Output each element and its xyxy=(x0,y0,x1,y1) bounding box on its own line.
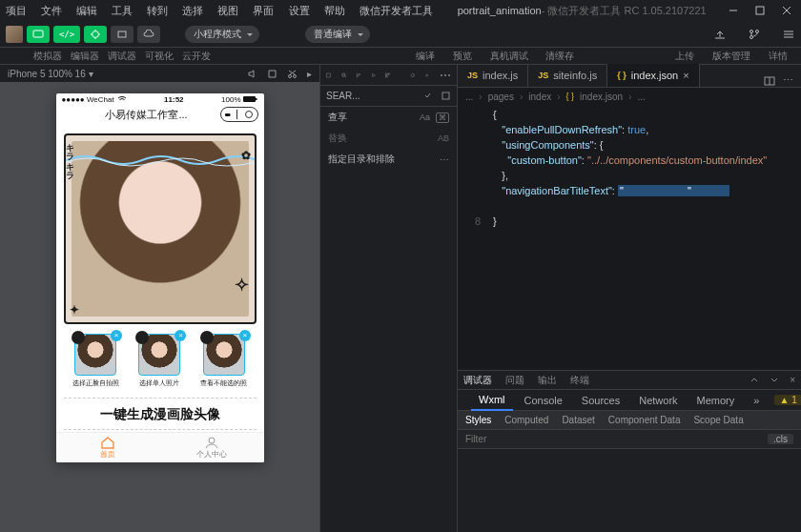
crumb[interactable]: ... xyxy=(465,92,473,102)
thumb-close-icon[interactable]: × xyxy=(175,330,186,341)
sub-scope[interactable]: Scope Data xyxy=(693,415,743,425)
menu-project[interactable]: 项目 xyxy=(6,5,27,16)
filter-input[interactable]: Filter xyxy=(465,434,486,444)
menu-help[interactable]: 帮助 xyxy=(324,5,345,16)
thumb-close-icon[interactable]: × xyxy=(111,330,122,341)
expand-icon[interactable] xyxy=(422,91,433,101)
warning-badge[interactable]: ▲1 xyxy=(774,395,801,405)
cls-toggle[interactable]: .cls xyxy=(768,434,793,444)
menu-ui[interactable]: 界面 xyxy=(253,5,274,16)
simulator-toggle[interactable] xyxy=(27,26,50,43)
compile-select[interactable]: 普通编译 xyxy=(305,26,370,43)
refresh-icon[interactable] xyxy=(410,69,416,82)
crumb[interactable]: index xyxy=(528,92,551,102)
mute-icon[interactable] xyxy=(247,69,257,79)
device-select[interactable]: iPhone 5 100% 16 ▾ xyxy=(8,69,93,79)
tab-index-js[interactable]: JS index.js xyxy=(458,64,528,87)
breadcrumbs[interactable]: ...› pages› index› { } index.json› ... xyxy=(458,88,801,105)
dt-tab-debugger[interactable]: 调试器 xyxy=(463,374,492,387)
tab-index-json[interactable]: { } index.json × xyxy=(607,64,700,87)
sub-dataset[interactable]: Dataset xyxy=(562,415,594,425)
sim-more-icon[interactable] xyxy=(267,69,277,79)
user-avatar[interactable] xyxy=(6,26,23,43)
dt2-network[interactable]: Network xyxy=(631,395,685,406)
svg-point-6 xyxy=(756,30,759,32)
sub-compdata[interactable]: Component Data xyxy=(608,415,681,425)
carrier-label: ●●●●● WeChat xyxy=(62,95,114,104)
code-editor[interactable]: { "enablePullDownRefresh": true, "usingC… xyxy=(458,105,801,370)
label-compile[interactable]: 编译 xyxy=(416,51,435,61)
split-icon[interactable] xyxy=(764,75,775,87)
battery-icon xyxy=(243,95,258,103)
menu-view[interactable]: 视图 xyxy=(217,5,238,16)
capsule-button[interactable]: ••• xyxy=(220,107,258,122)
menu-tools[interactable]: 工具 xyxy=(112,5,133,16)
details-button[interactable] xyxy=(782,29,795,40)
dt2-console[interactable]: Console xyxy=(517,395,570,406)
sim-chevron-icon[interactable]: ▸ xyxy=(307,69,312,79)
thumb-2[interactable]: ×选择单人照片 xyxy=(136,334,182,388)
replace-input[interactable]: 查享 Aa⌘ xyxy=(320,107,457,128)
tab-close-icon[interactable]: × xyxy=(683,70,688,81)
tab-profile-label: 个人中心 xyxy=(196,449,227,460)
dt-down-icon[interactable] xyxy=(770,375,780,385)
more-icon[interactable]: ⋯ xyxy=(440,69,451,82)
upload-button[interactable] xyxy=(713,29,727,40)
sub-styles[interactable]: Styles xyxy=(465,415,491,425)
dt-tab-terminal[interactable]: 终端 xyxy=(570,374,589,387)
dt-close-icon[interactable]: × xyxy=(790,375,795,385)
menu-settings[interactable]: 设置 xyxy=(289,5,310,16)
debug-icon[interactable] xyxy=(371,69,377,82)
label-clear[interactable]: 清缓存 xyxy=(545,51,574,61)
dt-top-icon[interactable] xyxy=(750,375,760,385)
thumb-close-icon[interactable]: × xyxy=(239,330,251,341)
tab-home[interactable]: 首页 xyxy=(56,433,160,462)
tab-profile[interactable]: 个人中心 xyxy=(160,433,264,462)
version-button[interactable] xyxy=(748,29,761,40)
cloud-toggle[interactable] xyxy=(137,26,160,43)
dt-tab-problems[interactable]: 问题 xyxy=(505,374,524,387)
minimize-button[interactable] xyxy=(729,6,738,15)
menu-wechat[interactable]: 微信开发者工具 xyxy=(359,5,433,16)
include-exclude[interactable]: 指定目录和排除 ⋯ xyxy=(320,149,457,170)
visual-toggle[interactable] xyxy=(111,26,134,43)
dt-tab-output[interactable]: 输出 xyxy=(538,374,557,387)
collapse-icon[interactable] xyxy=(424,69,430,82)
explorer-icon[interactable] xyxy=(326,69,332,82)
dt2-wxml[interactable]: Wxml xyxy=(471,390,513,411)
close-button[interactable] xyxy=(782,6,791,15)
main-menu: 项目 文件 编辑 工具 转到 选择 视图 界面 设置 帮助 微信开发者工具 xyxy=(6,4,444,18)
debugger-toggle[interactable] xyxy=(84,26,107,43)
dt2-sources[interactable]: Sources xyxy=(574,395,627,406)
label-remote[interactable]: 真机调试 xyxy=(490,51,528,61)
search-icon[interactable] xyxy=(341,69,347,82)
capsule-menu-icon[interactable]: ••• xyxy=(225,110,230,120)
maximize-button[interactable] xyxy=(755,6,765,15)
dt2-more[interactable]: » xyxy=(746,395,767,406)
ellipsis-icon[interactable]: ⋯ xyxy=(440,154,449,165)
editor-more-icon[interactable]: ⋯ xyxy=(783,74,793,87)
thumb-1[interactable]: ×选择正脸自拍照 xyxy=(72,334,118,388)
crumb[interactable]: index.json xyxy=(580,92,623,102)
git-icon[interactable] xyxy=(356,69,361,82)
crumb[interactable]: ... xyxy=(637,92,645,102)
thumb-3[interactable]: ×查看不能选的照 xyxy=(201,334,247,388)
editor-toggle[interactable]: </> xyxy=(53,26,80,43)
replace-row[interactable]: 替换 AB xyxy=(320,128,457,149)
clear-icon[interactable] xyxy=(441,91,451,101)
crumb[interactable]: pages xyxy=(488,92,514,102)
capsule-close-icon[interactable] xyxy=(245,111,253,118)
dt2-memory[interactable]: Memory xyxy=(689,395,743,406)
sub-computed[interactable]: Computed xyxy=(504,415,548,425)
menu-edit[interactable]: 编辑 xyxy=(76,5,97,16)
search-input[interactable]: SEAR... xyxy=(326,91,360,101)
menu-goto[interactable]: 转到 xyxy=(147,5,168,16)
menu-select[interactable]: 选择 xyxy=(182,5,203,16)
label-preview[interactable]: 预览 xyxy=(453,51,472,61)
tab-siteinfo-js[interactable]: JS siteinfo.js xyxy=(528,64,607,87)
ext-icon[interactable] xyxy=(385,69,391,82)
menu-file[interactable]: 文件 xyxy=(41,5,62,16)
mode-select[interactable]: 小程序模式 xyxy=(185,26,259,43)
editor-tabs: JS index.js JS siteinfo.js { } index.jso… xyxy=(458,65,801,88)
sim-cut-icon[interactable] xyxy=(287,69,298,79)
